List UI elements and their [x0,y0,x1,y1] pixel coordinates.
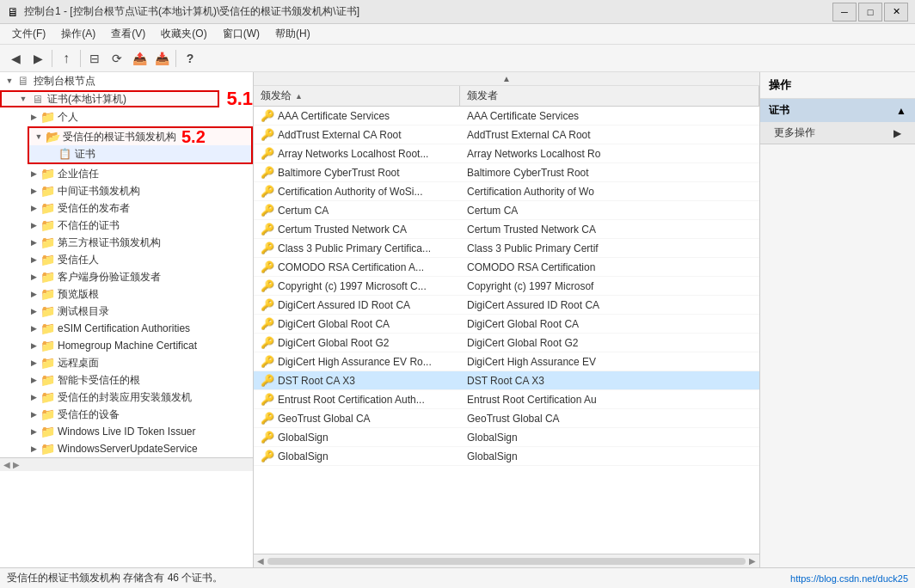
main-area: ▼ 🖥 控制台根节点 ▼ 🖥 证书(本地计算机) 5.1 ▶ 📁 个人 ▼ 📂 … [0,72,915,567]
tree-personal[interactable]: ▶ 📁 个人 [0,108,253,126]
list-row[interactable]: 🔑Certification Authority of WoSi...Certi… [254,182,759,201]
back-button[interactable]: ◀ [5,48,26,69]
import-button[interactable]: 📥 [151,48,172,69]
tree-trusted-root-expand-icon: ▼ [33,132,45,141]
export-button[interactable]: 📤 [129,48,150,69]
tree-windows-server-update[interactable]: ▶ 📁 WindowsServerUpdateService [0,440,253,457]
cert-list-icon: 🔑 [261,298,274,312]
cert-list-icon: 🔑 [261,109,274,123]
up-button[interactable]: ↑ [56,48,77,69]
list-row[interactable]: 🔑GlobalSignGlobalSign [254,428,759,447]
list-row[interactable]: 🔑Class 3 Public Primary Certifica...Clas… [254,239,759,258]
help-button[interactable]: ? [180,48,200,69]
tree-trusted-person-folder-icon: 📁 [40,253,55,266]
menu-help[interactable]: 帮助(H) [268,25,317,43]
list-cell-issued-by: Copyright (c) 1997 Microsof [460,280,759,292]
list-row[interactable]: 🔑GeoTrust Global CAGeoTrust Global CA [254,409,759,428]
list-row[interactable]: 🔑AAA Certificate ServicesAAA Certificate… [254,107,759,126]
tree-trusted-sealed[interactable]: ▶ 📁 受信任的封装应用安装颁发机 [0,389,253,406]
action-cert-section-header[interactable]: 证书 ▲ [760,99,915,122]
tree-third-party-ca-label: 第三方根证书颁发机构 [58,236,161,250]
list-row[interactable]: 🔑DigiCert Global Root G2DigiCert Global … [254,334,759,352]
col-issued-to[interactable]: 颁发给 ▲ [254,86,460,106]
list-cell-issued-to: 🔑Class 3 Public Primary Certifica... [254,242,460,255]
show-hide-button[interactable]: ⊟ [84,48,105,69]
list-row[interactable]: 🔑Certum CACertum CA [254,201,759,220]
tree-esim[interactable]: ▶ 📁 eSIM Certification Authorities [0,320,253,337]
list-h-scrollbar-left[interactable]: ◀ [257,556,264,566]
list-cell-issued-to: 🔑Array Networks Localhost Root... [254,147,460,161]
tree-windows-server-update-folder-icon: 📁 [40,442,55,456]
list-row[interactable]: 🔑AddTrust External CA RootAddTrust Exter… [254,126,759,144]
tree-client-auth[interactable]: ▶ 📁 客户端身份验证颁发者 [0,268,253,285]
list-row[interactable]: 🔑DigiCert Global Root CADigiCert Global … [254,315,759,334]
title-bar: 🖥 控制台1 - [控制台根节点\证书(本地计算机)\受信任的根证书颁发机构\证… [0,0,915,24]
cert-list-icon: 🔑 [261,450,274,463]
tree-trusted-person[interactable]: ▶ 📁 受信任人 [0,251,253,268]
tree-test-root-expand-icon: ▶ [28,307,40,315]
list-row[interactable]: 🔑Copyright (c) 1997 Microsoft C...Copyri… [254,277,759,296]
list-row[interactable]: 🔑DigiCert Assured ID Root CADigiCert Ass… [254,296,759,315]
tree-homegroup-label: Homegroup Machine Certificat [58,340,197,352]
list-row[interactable]: 🔑Certum Trusted Network CACertum Trusted… [254,220,759,239]
tree-trusted-publisher[interactable]: ▶ 📁 受信任的发布者 [0,199,253,217]
list-h-scrollbar[interactable]: ◀ ▶ [254,554,759,567]
tree-trusted-devices[interactable]: ▶ 📁 受信任的设备 [0,406,253,423]
tree-preview[interactable]: ▶ 📁 预览版根 [0,285,253,303]
forward-button[interactable]: ▶ [28,48,48,69]
list-h-scrollbar-right[interactable]: ▶ [749,556,756,566]
list-cell-issued-to: 🔑DST Root CA X3 [254,374,460,388]
list-cell-issued-by: GlobalSign [460,450,759,462]
tree-remote-desktop[interactable]: ▶ 📁 远程桌面 [0,354,253,371]
tree-cert-machine[interactable]: ▼ 🖥 证书(本地计算机) [0,90,219,107]
close-button[interactable]: ✕ [884,3,908,21]
list-cell-issued-to: 🔑Copyright (c) 1997 Microsoft C... [254,279,460,293]
tree-smart-card[interactable]: ▶ 📁 智能卡受信任的根 [0,371,253,389]
list-cell-issued-by: Certification Authority of Wo [460,186,759,198]
action-panel: 操作 证书 ▲ 更多操作 ▶ [760,72,915,567]
list-cell-issued-by: AAA Certificate Services [460,110,759,122]
tree-root[interactable]: ▼ 🖥 控制台根节点 [0,72,253,89]
tree-windows-live-id[interactable]: ▶ 📁 Windows Live ID Token Issuer [0,423,253,440]
menu-window[interactable]: 窗口(W) [216,25,267,43]
action-more-actions[interactable]: 更多操作 ▶ [760,122,915,144]
list-scroll-up[interactable]: ▲ [254,72,759,86]
tree-third-party-ca[interactable]: ▶ 📁 第三方根证书颁发机构 [0,234,253,251]
list-row[interactable]: 🔑GlobalSignGlobalSign [254,447,759,466]
list-row[interactable]: 🔑COMODO RSA Certification A...COMODO RSA… [254,258,759,277]
menu-action[interactable]: 操作(A) [54,25,102,43]
tree-untrusted-expand-icon: ▶ [28,221,40,230]
tree-test-root[interactable]: ▶ 📁 测试根目录 [0,303,253,320]
tree-certs-node[interactable]: 📋 证书 [29,145,251,162]
list-rows-container: 🔑AAA Certificate ServicesAAA Certificate… [254,107,759,466]
col-issued-by[interactable]: 颁发者 [460,86,759,106]
list-cell-issued-by: DigiCert High Assurance EV [460,356,759,368]
col-issued-to-sort-icon: ▲ [295,92,303,101]
tree-untrusted[interactable]: ▶ 📁 不信任的证书 [0,217,253,234]
tree-h-scrollbar[interactable]: ◀ ▶ [0,457,253,471]
list-row[interactable]: 🔑Array Networks Localhost Root...Array N… [254,144,759,163]
list-row[interactable]: 🔑DST Root CA X3DST Root CA X3 [254,371,759,390]
list-row[interactable]: 🔑DigiCert High Assurance EV Ro...DigiCer… [254,352,759,371]
tree-trusted-root[interactable]: ▼ 📂 受信任的根证书颁发机构 5.2 [29,128,251,145]
list-cell-issued-to: 🔑Entrust Root Certification Auth... [254,393,460,407]
list-cell-issued-by: GeoTrust Global CA [460,413,759,425]
list-cell-issued-to: 🔑GlobalSign [254,450,460,463]
tree-enterprise[interactable]: ▶ 📁 企业信任 [0,165,253,182]
list-row[interactable]: 🔑Baltimore CyberTrust RootBaltimore Cybe… [254,163,759,182]
action-cert-section-collapse-icon: ▲ [896,105,906,117]
list-h-scrollbar-thumb[interactable] [267,558,746,565]
menu-file[interactable]: 文件(F) [5,25,52,43]
tree-intermediate-ca[interactable]: ▶ 📁 中间证书颁发机构 [0,182,253,199]
tree-cert-machine-expand-icon: ▼ [17,95,29,103]
tree-homegroup[interactable]: ▶ 📁 Homegroup Machine Certificat [0,337,253,354]
refresh-button[interactable]: ⟳ [107,48,127,69]
cert-list-icon: 🔑 [261,185,274,199]
menu-favorites[interactable]: 收藏夹(O) [154,25,213,43]
menu-view[interactable]: 查看(V) [104,25,152,43]
minimize-button[interactable]: ─ [832,3,857,21]
tree-windows-server-update-label: WindowsServerUpdateService [58,443,198,455]
list-row[interactable]: 🔑Entrust Root Certification Auth...Entru… [254,390,759,409]
window-controls[interactable]: ─ □ ✕ [832,3,908,21]
maximize-button[interactable]: □ [858,3,882,21]
